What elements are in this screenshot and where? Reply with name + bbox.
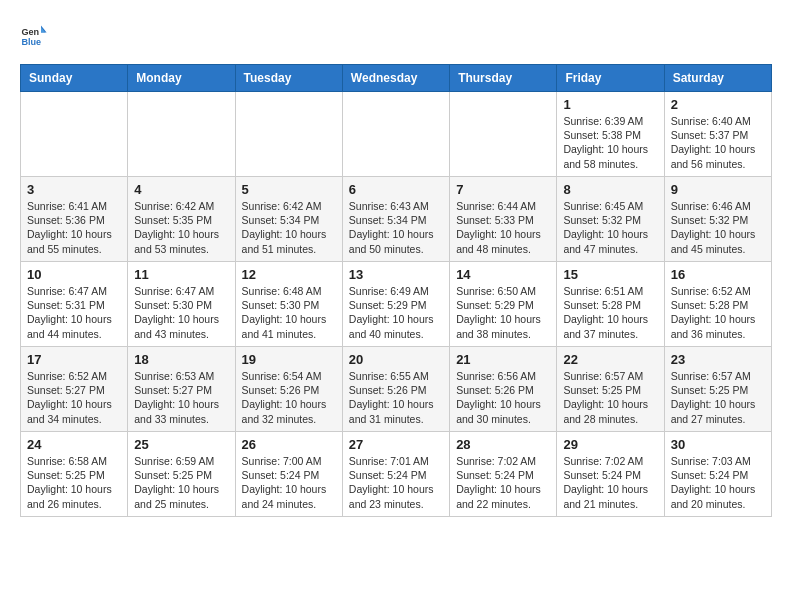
day-info: Sunrise: 6:59 AMSunset: 5:25 PMDaylight:… bbox=[134, 454, 228, 511]
day-number: 16 bbox=[671, 267, 765, 282]
calendar-cell: 14Sunrise: 6:50 AMSunset: 5:29 PMDayligh… bbox=[450, 262, 557, 347]
day-number: 11 bbox=[134, 267, 228, 282]
day-info: Sunrise: 6:39 AMSunset: 5:38 PMDaylight:… bbox=[563, 114, 657, 171]
day-number: 1 bbox=[563, 97, 657, 112]
day-number: 27 bbox=[349, 437, 443, 452]
calendar-cell: 26Sunrise: 7:00 AMSunset: 5:24 PMDayligh… bbox=[235, 432, 342, 517]
day-info: Sunrise: 7:03 AMSunset: 5:24 PMDaylight:… bbox=[671, 454, 765, 511]
week-row-1: 1Sunrise: 6:39 AMSunset: 5:38 PMDaylight… bbox=[21, 92, 772, 177]
calendar-cell: 30Sunrise: 7:03 AMSunset: 5:24 PMDayligh… bbox=[664, 432, 771, 517]
calendar-cell: 7Sunrise: 6:44 AMSunset: 5:33 PMDaylight… bbox=[450, 177, 557, 262]
day-number: 9 bbox=[671, 182, 765, 197]
day-number: 18 bbox=[134, 352, 228, 367]
day-info: Sunrise: 6:42 AMSunset: 5:34 PMDaylight:… bbox=[242, 199, 336, 256]
day-number: 30 bbox=[671, 437, 765, 452]
day-info: Sunrise: 6:43 AMSunset: 5:34 PMDaylight:… bbox=[349, 199, 443, 256]
logo: Gen Blue bbox=[20, 20, 52, 48]
day-info: Sunrise: 6:51 AMSunset: 5:28 PMDaylight:… bbox=[563, 284, 657, 341]
day-number: 7 bbox=[456, 182, 550, 197]
calendar-table: SundayMondayTuesdayWednesdayThursdayFrid… bbox=[20, 64, 772, 517]
header-day-friday: Friday bbox=[557, 65, 664, 92]
day-number: 22 bbox=[563, 352, 657, 367]
calendar-cell: 22Sunrise: 6:57 AMSunset: 5:25 PMDayligh… bbox=[557, 347, 664, 432]
calendar-cell bbox=[235, 92, 342, 177]
day-info: Sunrise: 6:57 AMSunset: 5:25 PMDaylight:… bbox=[563, 369, 657, 426]
day-info: Sunrise: 6:50 AMSunset: 5:29 PMDaylight:… bbox=[456, 284, 550, 341]
calendar-cell: 16Sunrise: 6:52 AMSunset: 5:28 PMDayligh… bbox=[664, 262, 771, 347]
calendar-cell: 20Sunrise: 6:55 AMSunset: 5:26 PMDayligh… bbox=[342, 347, 449, 432]
day-info: Sunrise: 6:58 AMSunset: 5:25 PMDaylight:… bbox=[27, 454, 121, 511]
day-number: 17 bbox=[27, 352, 121, 367]
calendar-cell: 28Sunrise: 7:02 AMSunset: 5:24 PMDayligh… bbox=[450, 432, 557, 517]
calendar-cell: 15Sunrise: 6:51 AMSunset: 5:28 PMDayligh… bbox=[557, 262, 664, 347]
header-day-thursday: Thursday bbox=[450, 65, 557, 92]
day-number: 20 bbox=[349, 352, 443, 367]
day-number: 6 bbox=[349, 182, 443, 197]
calendar-cell: 25Sunrise: 6:59 AMSunset: 5:25 PMDayligh… bbox=[128, 432, 235, 517]
calendar-cell bbox=[21, 92, 128, 177]
day-number: 13 bbox=[349, 267, 443, 282]
calendar-cell bbox=[128, 92, 235, 177]
day-number: 2 bbox=[671, 97, 765, 112]
day-info: Sunrise: 6:46 AMSunset: 5:32 PMDaylight:… bbox=[671, 199, 765, 256]
day-info: Sunrise: 6:42 AMSunset: 5:35 PMDaylight:… bbox=[134, 199, 228, 256]
calendar-header: SundayMondayTuesdayWednesdayThursdayFrid… bbox=[21, 65, 772, 92]
calendar-cell: 1Sunrise: 6:39 AMSunset: 5:38 PMDaylight… bbox=[557, 92, 664, 177]
page-header: Gen Blue bbox=[20, 20, 772, 48]
day-number: 5 bbox=[242, 182, 336, 197]
calendar-cell: 19Sunrise: 6:54 AMSunset: 5:26 PMDayligh… bbox=[235, 347, 342, 432]
day-number: 29 bbox=[563, 437, 657, 452]
day-number: 25 bbox=[134, 437, 228, 452]
header-day-wednesday: Wednesday bbox=[342, 65, 449, 92]
day-info: Sunrise: 6:55 AMSunset: 5:26 PMDaylight:… bbox=[349, 369, 443, 426]
calendar-cell: 2Sunrise: 6:40 AMSunset: 5:37 PMDaylight… bbox=[664, 92, 771, 177]
day-info: Sunrise: 7:01 AMSunset: 5:24 PMDaylight:… bbox=[349, 454, 443, 511]
day-number: 24 bbox=[27, 437, 121, 452]
week-row-4: 17Sunrise: 6:52 AMSunset: 5:27 PMDayligh… bbox=[21, 347, 772, 432]
header-day-tuesday: Tuesday bbox=[235, 65, 342, 92]
header-row: SundayMondayTuesdayWednesdayThursdayFrid… bbox=[21, 65, 772, 92]
calendar-cell: 24Sunrise: 6:58 AMSunset: 5:25 PMDayligh… bbox=[21, 432, 128, 517]
week-row-2: 3Sunrise: 6:41 AMSunset: 5:36 PMDaylight… bbox=[21, 177, 772, 262]
header-day-saturday: Saturday bbox=[664, 65, 771, 92]
header-day-sunday: Sunday bbox=[21, 65, 128, 92]
calendar-body: 1Sunrise: 6:39 AMSunset: 5:38 PMDaylight… bbox=[21, 92, 772, 517]
day-info: Sunrise: 6:47 AMSunset: 5:31 PMDaylight:… bbox=[27, 284, 121, 341]
calendar-cell: 27Sunrise: 7:01 AMSunset: 5:24 PMDayligh… bbox=[342, 432, 449, 517]
day-info: Sunrise: 6:49 AMSunset: 5:29 PMDaylight:… bbox=[349, 284, 443, 341]
calendar-cell: 5Sunrise: 6:42 AMSunset: 5:34 PMDaylight… bbox=[235, 177, 342, 262]
day-info: Sunrise: 6:57 AMSunset: 5:25 PMDaylight:… bbox=[671, 369, 765, 426]
day-info: Sunrise: 6:41 AMSunset: 5:36 PMDaylight:… bbox=[27, 199, 121, 256]
calendar-cell: 17Sunrise: 6:52 AMSunset: 5:27 PMDayligh… bbox=[21, 347, 128, 432]
week-row-3: 10Sunrise: 6:47 AMSunset: 5:31 PMDayligh… bbox=[21, 262, 772, 347]
header-day-monday: Monday bbox=[128, 65, 235, 92]
day-info: Sunrise: 6:54 AMSunset: 5:26 PMDaylight:… bbox=[242, 369, 336, 426]
calendar-cell: 18Sunrise: 6:53 AMSunset: 5:27 PMDayligh… bbox=[128, 347, 235, 432]
day-number: 3 bbox=[27, 182, 121, 197]
calendar-cell: 21Sunrise: 6:56 AMSunset: 5:26 PMDayligh… bbox=[450, 347, 557, 432]
day-info: Sunrise: 6:40 AMSunset: 5:37 PMDaylight:… bbox=[671, 114, 765, 171]
calendar-cell: 23Sunrise: 6:57 AMSunset: 5:25 PMDayligh… bbox=[664, 347, 771, 432]
day-info: Sunrise: 6:53 AMSunset: 5:27 PMDaylight:… bbox=[134, 369, 228, 426]
calendar-cell: 9Sunrise: 6:46 AMSunset: 5:32 PMDaylight… bbox=[664, 177, 771, 262]
calendar-cell: 29Sunrise: 7:02 AMSunset: 5:24 PMDayligh… bbox=[557, 432, 664, 517]
day-number: 8 bbox=[563, 182, 657, 197]
day-info: Sunrise: 7:02 AMSunset: 5:24 PMDaylight:… bbox=[563, 454, 657, 511]
calendar-cell: 12Sunrise: 6:48 AMSunset: 5:30 PMDayligh… bbox=[235, 262, 342, 347]
week-row-5: 24Sunrise: 6:58 AMSunset: 5:25 PMDayligh… bbox=[21, 432, 772, 517]
day-info: Sunrise: 6:52 AMSunset: 5:27 PMDaylight:… bbox=[27, 369, 121, 426]
day-info: Sunrise: 6:44 AMSunset: 5:33 PMDaylight:… bbox=[456, 199, 550, 256]
day-info: Sunrise: 6:45 AMSunset: 5:32 PMDaylight:… bbox=[563, 199, 657, 256]
day-number: 23 bbox=[671, 352, 765, 367]
day-number: 14 bbox=[456, 267, 550, 282]
day-info: Sunrise: 6:52 AMSunset: 5:28 PMDaylight:… bbox=[671, 284, 765, 341]
calendar-cell bbox=[450, 92, 557, 177]
day-info: Sunrise: 6:47 AMSunset: 5:30 PMDaylight:… bbox=[134, 284, 228, 341]
calendar-cell: 8Sunrise: 6:45 AMSunset: 5:32 PMDaylight… bbox=[557, 177, 664, 262]
calendar-cell: 11Sunrise: 6:47 AMSunset: 5:30 PMDayligh… bbox=[128, 262, 235, 347]
calendar-cell: 4Sunrise: 6:42 AMSunset: 5:35 PMDaylight… bbox=[128, 177, 235, 262]
calendar-cell bbox=[342, 92, 449, 177]
calendar-cell: 3Sunrise: 6:41 AMSunset: 5:36 PMDaylight… bbox=[21, 177, 128, 262]
day-number: 19 bbox=[242, 352, 336, 367]
day-info: Sunrise: 6:56 AMSunset: 5:26 PMDaylight:… bbox=[456, 369, 550, 426]
